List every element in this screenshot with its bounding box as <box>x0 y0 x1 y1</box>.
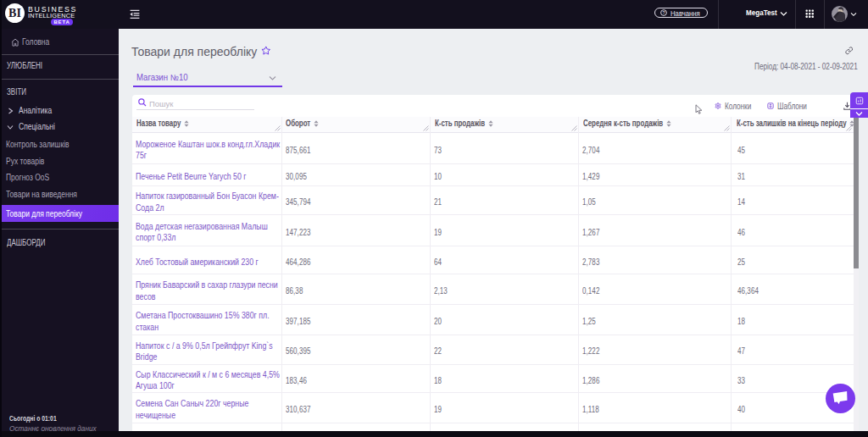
svg-text:?: ? <box>662 10 665 15</box>
